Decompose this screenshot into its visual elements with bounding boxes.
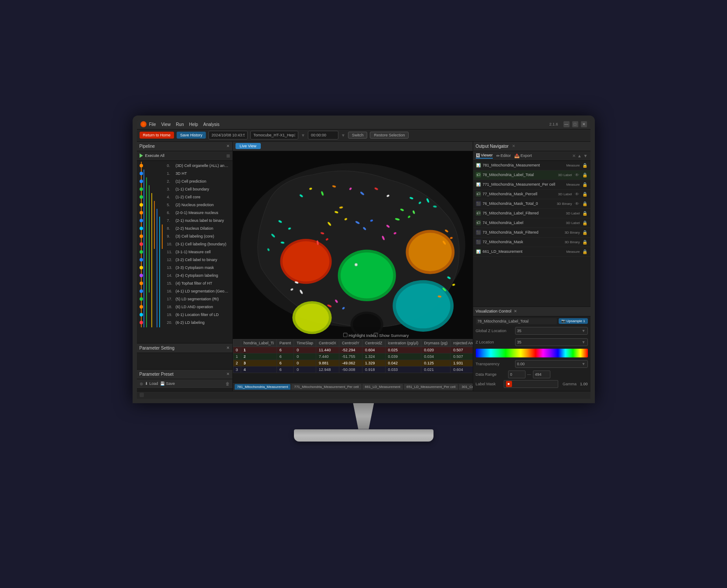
pipeline-item[interactable]: 8. (2-2) Nucleus Dilation: [165, 224, 232, 232]
col-header-ic[interactable]: icentration (pg/µl): [385, 339, 421, 347]
preset-load-button[interactable]: ⬇ Load: [145, 381, 158, 386]
menu-analysis[interactable]: Analysis: [203, 122, 219, 127]
pipeline-item[interactable]: 13. (3-3) Cytoplasm mask: [165, 264, 232, 272]
nav-up-icon[interactable]: ▲: [577, 153, 582, 158]
menu-run[interactable]: Run: [176, 122, 184, 127]
output-lock-button[interactable]: 🔒: [582, 172, 588, 178]
data-range-min[interactable]: [508, 370, 526, 378]
output-lock-button[interactable]: 🔒: [582, 229, 588, 235]
global-z-value[interactable]: 35 ▼: [515, 327, 588, 335]
pipeline-close-icon[interactable]: ✕: [226, 144, 230, 148]
col-header-label[interactable]: hondria_Label_Ti: [241, 339, 276, 347]
table-row[interactable]: 2 3 6 0 9.881 -49.062 1.329 0.042 0.125: [233, 360, 473, 366]
col-header-cx[interactable]: CentroidX: [316, 339, 339, 347]
viz-controls-close-icon[interactable]: ✕: [514, 309, 517, 313]
transparency-value[interactable]: 0.00 ▼: [515, 360, 588, 368]
pipeline-item[interactable]: 18. (6) LD AND operation: [165, 303, 232, 311]
pipeline-item[interactable]: 16. (4-1) LD segmentation (Geometry): [165, 287, 232, 295]
upsample-button[interactable]: 📷 Upsample 1: [559, 318, 587, 324]
output-item-78[interactable]: 🏷 78_Mitochondria_Label_Total 3D Label 👁…: [473, 170, 590, 180]
output-lock-button[interactable]: 🔒: [582, 201, 588, 207]
output-item-72[interactable]: ⬛ 72_Mitochondria_Mask 3D Binary 🔒: [473, 238, 590, 247]
pipeline-item[interactable]: 9. (3) Cell labeling (core): [165, 232, 232, 240]
col-header-dm[interactable]: Drymass (pg): [421, 339, 451, 347]
pipeline-item[interactable]: 19. (6-1) Location filter of LD: [165, 311, 232, 319]
live-view-button[interactable]: Live View: [236, 143, 261, 149]
output-item-74[interactable]: 🏷 74_Mitochondria_Label 3D Label 🔒: [473, 218, 590, 228]
col-header-parent[interactable]: Parent: [276, 339, 294, 347]
table-row[interactable]: 0 1 6 0 11.440 -52.294 0.604 0.025 0.020: [233, 347, 473, 353]
output-lock-button[interactable]: 🔒: [582, 191, 588, 197]
preset-delete-icon[interactable]: 🗑: [225, 381, 230, 386]
table-row[interactable]: 3 4 6 0 12.948 -50.008 0.918 0.033 0.021: [233, 366, 473, 373]
output-item-73[interactable]: ⬛ 73_Mitochondria_Mask_Filtered 3D Binar…: [473, 228, 590, 238]
pipeline-item[interactable]: 14. (3-4) Cytoplasm labeling: [165, 272, 232, 279]
pipeline-item[interactable]: 10. (3-1) Cell labeling (boundary): [165, 240, 232, 248]
col-header-cz[interactable]: CentroidZ: [362, 339, 386, 347]
output-lock-button[interactable]: 🔒: [582, 220, 588, 226]
table-tab-651[interactable]: 651_LD_Measurement_Per cell: [404, 384, 458, 390]
output-eye-button[interactable]: 👁: [574, 201, 580, 207]
data-range-max[interactable]: [533, 370, 550, 378]
pipeline-item[interactable]: 20. (6-2) LD labeling: [165, 319, 232, 326]
pipeline-expand-icon[interactable]: ⊞: [226, 153, 230, 158]
file-field[interactable]: [250, 131, 298, 139]
return-home-button[interactable]: Return to Home: [140, 132, 174, 139]
nav-tab-export[interactable]: 📤 Export: [514, 153, 532, 158]
table-tab-301[interactable]: 301_Cell_Measurement: [459, 384, 472, 390]
datetime-field[interactable]: [208, 131, 248, 139]
z-location-value[interactable]: 35 ▼: [515, 338, 588, 346]
menu-file[interactable]: File: [149, 122, 156, 127]
pipeline-item[interactable]: 11. (3-1-1) Measure cell: [165, 248, 232, 256]
nav-tab-viewer[interactable]: 🖼 Viewer: [476, 153, 493, 159]
label-mask-value[interactable]: ■: [504, 380, 558, 388]
output-eye-button[interactable]: 👁: [574, 191, 580, 197]
pipeline-item[interactable]: 17. (5) LD segmentation (RI): [165, 295, 232, 303]
param-preset-close-icon[interactable]: ✕: [226, 372, 230, 376]
time-field[interactable]: [308, 131, 338, 139]
pipeline-item[interactable]: 6. (2-0-1) Measure nucleus: [165, 209, 232, 217]
output-lock-button[interactable]: 🔒: [582, 239, 588, 245]
pipeline-item[interactable]: 1. 3D HT: [165, 170, 232, 177]
pipeline-item[interactable]: 5. (2) Nucleus prediction: [165, 201, 232, 209]
output-item-77[interactable]: 🏷 77_Mitochondria_Mask_Percell 3D Label …: [473, 190, 590, 199]
table-tab-781[interactable]: 781_Mitochondria_Measurement: [235, 384, 291, 390]
nav-sort-x-icon[interactable]: ✕: [572, 153, 576, 158]
pipeline-item[interactable]: 3. (1-1) Cell boundary: [165, 185, 232, 193]
pipeline-item[interactable]: 12. (3-2) Cell label to binary: [165, 256, 232, 264]
save-history-button[interactable]: Save History: [177, 132, 206, 139]
menu-help[interactable]: Help: [189, 122, 198, 127]
output-item-771[interactable]: 📊 771_Mitochondria_Measurement_Per cell …: [473, 180, 590, 190]
output-item-661[interactable]: 📊 661_LD_Measurement Measure 🔒: [473, 247, 590, 257]
maximize-button[interactable]: □: [572, 121, 578, 127]
output-item-781[interactable]: 📊 781_Mitochondria_Measurement Measure 🔒: [473, 161, 590, 170]
close-button[interactable]: ✕: [581, 121, 587, 127]
pipeline-item[interactable]: 2. (1) Cell prediction: [165, 177, 232, 185]
execute-all-button[interactable]: Execute All: [140, 153, 165, 158]
param-setting-close-icon[interactable]: ✕: [226, 346, 230, 350]
image-viewer[interactable]: Highlight Index Show Summary: [233, 151, 473, 339]
table-tab-771[interactable]: 771_Mitochondria_Measurement_Per cell: [291, 384, 361, 390]
col-header-cy[interactable]: CentroidY: [339, 339, 362, 347]
output-nav-close-icon[interactable]: ✕: [512, 144, 515, 148]
nav-down-icon[interactable]: ▼: [584, 153, 588, 158]
pipeline-item[interactable]: 7. (2-1) nucleus label to binary: [165, 217, 232, 224]
data-table-scroll[interactable]: hondria_Label_Ti Parent TimeSlap Centroi…: [233, 339, 473, 382]
pipeline-item[interactable]: 0. (3D) Cell organelle (ALL) analysis: [165, 162, 232, 170]
output-eye-button[interactable]: 👁: [574, 172, 580, 178]
table-row[interactable]: 1 2 6 0 7.440 -51.755 1.324 0.039 0.034: [233, 353, 473, 360]
menu-view[interactable]: View: [161, 122, 171, 127]
output-item-76[interactable]: ⬛ 76_Mitochondria_Mask_Total_0 3D Binary…: [473, 199, 590, 209]
table-tab-661[interactable]: 661_LD_Measurement: [362, 384, 403, 390]
col-header-area[interactable]: rojected Area (µm: [451, 339, 473, 347]
pipeline-item[interactable]: 4. (1-2) Cell core: [165, 193, 232, 201]
nav-tab-editor[interactable]: ✏ Editor: [496, 153, 511, 158]
pipeline-item[interactable]: 15. (4) Tophat filter of HT: [165, 279, 232, 287]
col-header-timeslap[interactable]: TimeSlap: [294, 339, 316, 347]
restore-selection-button[interactable]: Restore Selection: [370, 132, 409, 139]
output-lock-button[interactable]: 🔒: [582, 162, 588, 168]
switch-button[interactable]: Switch: [348, 132, 368, 139]
output-lock-button[interactable]: 🔒: [582, 210, 588, 216]
output-lock-button[interactable]: 🔒: [582, 181, 588, 187]
output-item-75[interactable]: 🏷 75_Mitochondria_Label_Filtered 3D Labe…: [473, 209, 590, 218]
